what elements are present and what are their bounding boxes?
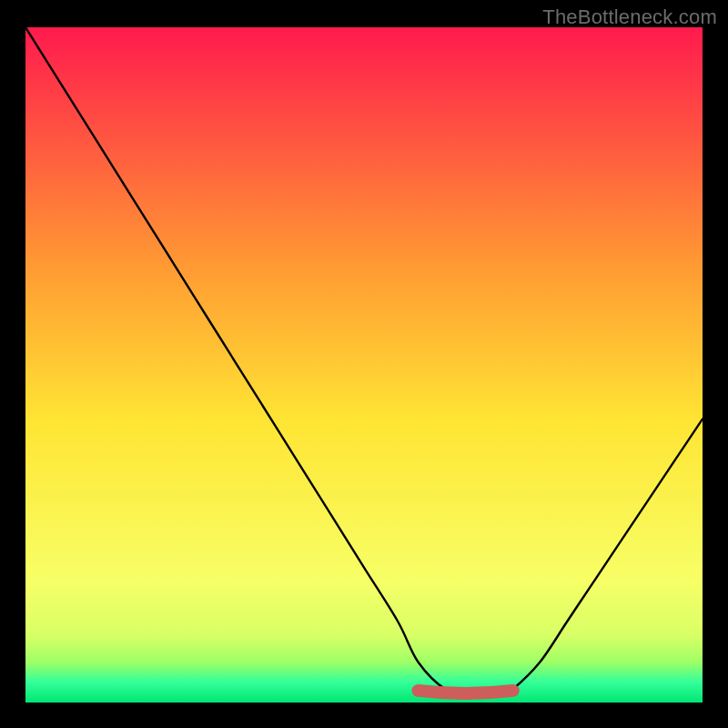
gradient-background [25,27,703,703]
bottleneck-chart [25,27,703,703]
plot-area [25,27,703,703]
chart-frame: TheBottleneck.com [0,0,728,728]
optimal-range-marker [419,691,513,693]
watermark-label: TheBottleneck.com [542,5,717,29]
